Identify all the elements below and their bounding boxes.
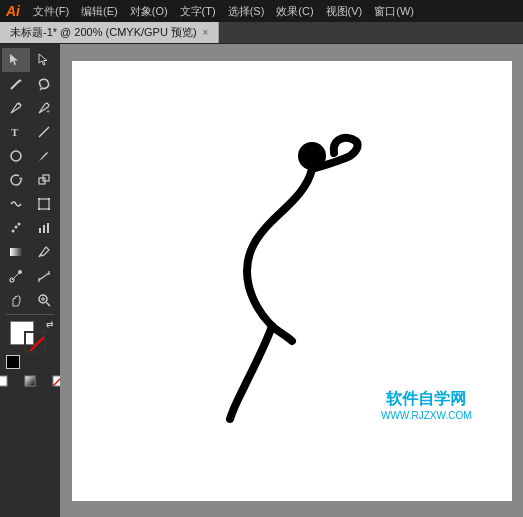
svg-rect-11 [48, 198, 50, 200]
svg-point-5 [11, 151, 21, 161]
none-color-button[interactable] [44, 369, 60, 393]
color-button[interactable] [0, 369, 16, 393]
svg-rect-9 [39, 199, 49, 209]
reset-colors-icon[interactable] [6, 355, 20, 369]
tool-row-select [0, 48, 60, 72]
eyedropper-tool[interactable] [30, 240, 58, 264]
svg-point-1 [18, 103, 20, 105]
main-area: + T [0, 44, 523, 517]
watermark-main-text: 软件自学网 [381, 389, 472, 410]
watermark-sub-text: WWW.RJZXW.COM [381, 410, 472, 421]
tab-label: 未标题-1* @ 200% (CMYK/GPU 预览) [10, 25, 197, 40]
document-tab[interactable]: 未标题-1* @ 200% (CMYK/GPU 预览) × [0, 22, 219, 43]
svg-line-25 [39, 273, 49, 280]
tool-row-type: T [0, 120, 60, 144]
svg-point-16 [18, 223, 21, 226]
tool-row-graph [0, 216, 60, 240]
select-tool[interactable] [2, 48, 30, 72]
svg-rect-13 [48, 208, 50, 210]
svg-rect-17 [39, 228, 41, 233]
svg-marker-6 [19, 177, 23, 180]
stroke-color[interactable] [24, 331, 46, 353]
toolbar: + T [0, 44, 60, 517]
blend-tool[interactable] [2, 264, 30, 288]
menu-select[interactable]: 选择(S) [223, 2, 270, 21]
tab-bar: 未标题-1* @ 200% (CMYK/GPU 预览) × [0, 22, 523, 44]
svg-line-4 [39, 127, 49, 137]
lasso-tool[interactable] [30, 72, 58, 96]
menu-text[interactable]: 文字(T) [175, 2, 221, 21]
tool-row-rotate [0, 168, 60, 192]
direct-select-tool[interactable] [30, 48, 58, 72]
tool-row-magic [0, 72, 60, 96]
svg-line-0 [11, 81, 19, 89]
tool-row-hand [0, 288, 60, 312]
add-anchor-tool[interactable]: + [30, 96, 58, 120]
svg-point-15 [15, 226, 18, 229]
svg-rect-34 [25, 376, 35, 386]
tool-row-colors [0, 369, 60, 393]
magic-wand-tool[interactable] [2, 72, 30, 96]
pen-tool[interactable] [2, 96, 30, 120]
tool-row-gradient [0, 240, 60, 264]
gradient-tool[interactable] [2, 240, 30, 264]
tool-row-pen: + [0, 96, 60, 120]
scale-tool[interactable] [30, 168, 58, 192]
tool-row-warp [0, 192, 60, 216]
ellipse-tool[interactable] [2, 144, 30, 168]
hand-tool[interactable] [2, 288, 30, 312]
color-swatch-area: ⇄ [4, 319, 56, 369]
svg-text:T: T [11, 126, 19, 138]
svg-rect-20 [10, 248, 22, 256]
brush-tool[interactable] [30, 144, 58, 168]
swap-colors-icon[interactable]: ⇄ [46, 319, 54, 329]
symbol-tool[interactable] [2, 216, 30, 240]
svg-rect-12 [38, 208, 40, 210]
zoom-tool[interactable] [30, 288, 58, 312]
canvas-document: 软件自学网 WWW.RJZXW.COM [72, 61, 512, 501]
measure-tool[interactable] [30, 264, 58, 288]
svg-line-32 [26, 333, 46, 353]
tab-close-button[interactable]: × [203, 27, 209, 38]
title-bar: Ai 文件(F) 编辑(E) 对象(O) 文字(T) 选择(S) 效果(C) 视… [0, 0, 523, 22]
svg-line-24 [12, 272, 20, 280]
tool-row-blend [0, 264, 60, 288]
menu-object[interactable]: 对象(O) [125, 2, 173, 21]
svg-line-21 [39, 254, 41, 257]
svg-text:+: + [46, 108, 50, 115]
app-logo: Ai [6, 3, 20, 19]
menu-file[interactable]: 文件(F) [28, 2, 74, 21]
menu-edit[interactable]: 编辑(E) [76, 2, 123, 21]
warp-tool[interactable] [2, 192, 30, 216]
graph-tool[interactable] [30, 216, 58, 240]
watermark: 软件自学网 WWW.RJZXW.COM [381, 389, 472, 421]
type-tool[interactable]: T [2, 120, 30, 144]
menu-effect[interactable]: 效果(C) [271, 2, 318, 21]
svg-rect-19 [47, 223, 49, 233]
svg-rect-18 [43, 225, 45, 233]
rotate-tool[interactable] [2, 168, 30, 192]
svg-point-14 [12, 230, 15, 233]
gradient-color-button[interactable] [16, 369, 44, 393]
svg-rect-33 [0, 376, 7, 386]
artwork-svg [72, 61, 512, 501]
menu-bar: 文件(F) 编辑(E) 对象(O) 文字(T) 选择(S) 效果(C) 视图(V… [28, 2, 419, 21]
line-tool[interactable] [30, 120, 58, 144]
svg-line-29 [47, 303, 51, 307]
canvas-area: 软件自学网 WWW.RJZXW.COM [60, 44, 523, 517]
tool-row-shape [0, 144, 60, 168]
menu-window[interactable]: 窗口(W) [369, 2, 419, 21]
menu-view[interactable]: 视图(V) [321, 2, 368, 21]
svg-rect-10 [38, 198, 40, 200]
free-transform-tool[interactable] [30, 192, 58, 216]
toolbar-separator [6, 314, 54, 315]
